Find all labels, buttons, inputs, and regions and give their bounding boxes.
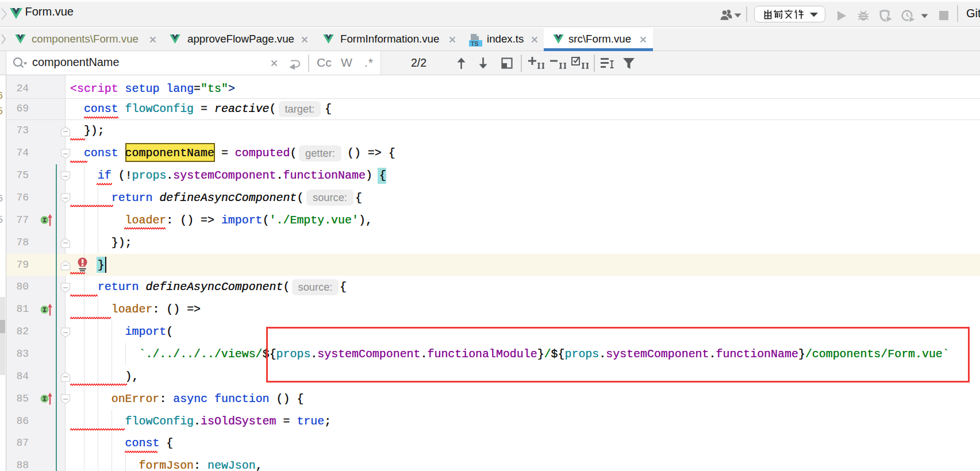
svg-text:TS: TS (471, 40, 478, 47)
